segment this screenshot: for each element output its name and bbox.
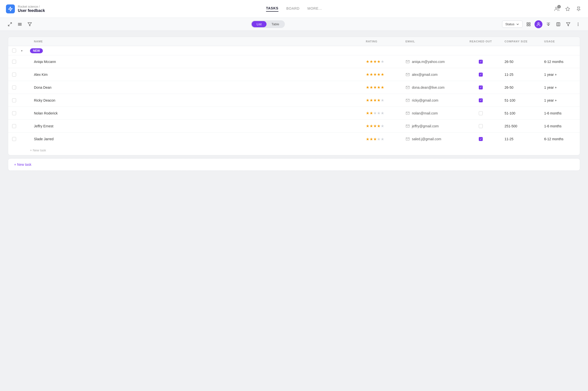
row-email-cell: alex@gmail.com xyxy=(402,70,461,79)
col-email: EMAIL xyxy=(402,37,461,46)
avatar-icon-button[interactable] xyxy=(534,20,542,28)
row-expand-cell xyxy=(19,124,30,129)
row-name: Slade Jarred xyxy=(30,135,362,143)
svg-marker-0 xyxy=(9,7,12,11)
row-reached-out-cell xyxy=(461,109,501,118)
people-badge: 1 xyxy=(557,5,561,8)
row-checkbox[interactable] xyxy=(12,111,16,115)
breadcrumb-area: Rocket science / User feedback xyxy=(18,5,45,13)
nav-more[interactable]: MORE... xyxy=(307,6,322,11)
row-company-size: 251-500 xyxy=(501,122,540,131)
row-reached-out-cell: ✓ xyxy=(461,57,501,66)
reached-out-checkbox[interactable]: ✓ xyxy=(479,86,483,90)
view-toggle: List Table xyxy=(251,20,285,28)
svg-rect-14 xyxy=(529,24,530,26)
star-rating: ★★★★★ xyxy=(366,98,398,102)
group-chevron-cell: ▾ xyxy=(19,46,30,55)
sort-icon-button[interactable] xyxy=(544,20,552,28)
row-email-cell: dona.dean@live.com xyxy=(402,83,461,92)
star-rating: ★★★★★ xyxy=(366,111,398,115)
row-reached-out-cell xyxy=(461,122,501,131)
row-checkbox[interactable] xyxy=(12,137,16,141)
status-dropdown[interactable]: Status xyxy=(502,20,523,28)
table-row: Aniqa Mccann ★★★★★ aniqa.m@yahoo.com ✓ 2… xyxy=(8,55,580,68)
row-usage: 6-12 months xyxy=(540,135,580,143)
star-4: ★ xyxy=(377,59,380,64)
row-usage: 1-6 months xyxy=(540,109,580,118)
row-usage: 1 year + xyxy=(540,96,580,105)
group-chevron-icon[interactable]: ▾ xyxy=(21,49,22,53)
reached-out-checkbox[interactable]: ✓ xyxy=(479,73,483,77)
star-1: ★ xyxy=(366,111,369,115)
columns-icon-button[interactable] xyxy=(554,20,562,28)
row-email-cell: saled.j@gmail.com xyxy=(402,134,461,144)
list-view-button[interactable]: List xyxy=(252,21,266,27)
star-1: ★ xyxy=(366,72,369,77)
row-usage: 1 year + xyxy=(540,70,580,79)
group-badge: NEW xyxy=(30,48,43,53)
email-icon xyxy=(406,137,410,141)
star-5: ★ xyxy=(381,124,384,128)
reached-out-checkbox[interactable]: ✓ xyxy=(479,137,483,141)
reached-out-checkbox[interactable]: ✓ xyxy=(479,60,483,64)
people-icon-button[interactable]: 1 xyxy=(553,5,560,12)
table-row: Dona Dean ★★★★★ dona.dean@live.com ✓ 26-… xyxy=(8,81,580,94)
row-rating-cell: ★★★★★ xyxy=(362,70,402,79)
new-task-group-button[interactable]: + New task xyxy=(8,145,580,155)
reached-out-checkbox[interactable] xyxy=(479,111,483,115)
row-checkbox[interactable] xyxy=(12,86,16,90)
breadcrumb: Rocket science / xyxy=(18,5,45,8)
row-rating-cell: ★★★★★ xyxy=(362,96,402,105)
reached-out-checkbox[interactable] xyxy=(479,124,483,128)
svg-point-23 xyxy=(578,24,578,24)
group-checkbox[interactable] xyxy=(12,49,16,53)
row-expand-cell xyxy=(19,98,30,103)
expand-icon-button[interactable] xyxy=(6,20,14,28)
task-list: NAME RATING EMAIL REACHED OUT COMPANY SI… xyxy=(8,37,580,155)
svg-point-22 xyxy=(578,23,578,23)
more-options-button[interactable] xyxy=(574,20,582,28)
header-left: Rocket science / User feedback xyxy=(6,4,75,13)
star-icon-button[interactable] xyxy=(564,5,571,12)
row-checkbox[interactable] xyxy=(12,98,16,102)
email-text: jeffry@gmail.com xyxy=(412,124,439,128)
svg-marker-2 xyxy=(566,7,570,11)
header-right: 1 xyxy=(553,5,582,12)
col-rating: RATING xyxy=(362,37,402,46)
row-email-cell: aniqa.m@yahoo.com xyxy=(402,57,461,66)
row-checkbox-cell xyxy=(8,70,19,79)
nav-tasks[interactable]: TASKS xyxy=(266,6,278,12)
col-usage: USAGE xyxy=(540,37,580,46)
row-checkbox[interactable] xyxy=(12,60,16,64)
row-checkbox-cell xyxy=(8,109,19,118)
col-expand xyxy=(19,38,30,44)
app-icon xyxy=(6,4,15,13)
group-by-icon-button[interactable] xyxy=(525,20,532,28)
row-checkbox[interactable] xyxy=(12,73,16,77)
row-email-cell: nolan@mail.com xyxy=(402,108,461,118)
pin-icon-button[interactable] xyxy=(575,5,582,12)
new-task-standalone-button[interactable]: + New task xyxy=(8,158,580,171)
row-email-cell: jeffry@gmail.com xyxy=(402,121,461,131)
row-checkbox[interactable] xyxy=(12,124,16,128)
reached-out-checkbox[interactable]: ✓ xyxy=(479,98,483,102)
svg-marker-10 xyxy=(28,22,32,26)
svg-point-24 xyxy=(578,25,578,26)
star-5: ★ xyxy=(381,137,384,141)
header: Rocket science / User feedback TASKS BOA… xyxy=(0,0,588,18)
advanced-filter-icon-button[interactable] xyxy=(564,20,572,28)
row-expand-cell xyxy=(19,85,30,90)
email-text: saled.j@gmail.com xyxy=(412,137,441,141)
svg-rect-11 xyxy=(527,22,528,24)
email-text: ricky@gmail.com xyxy=(412,98,438,102)
row-company-size: 11-25 xyxy=(501,135,540,143)
group-row-checkbox-cell xyxy=(8,46,19,55)
row-name: Alex Kim xyxy=(30,70,362,79)
row-expand-cell xyxy=(19,59,30,64)
filter-complex-icon-button[interactable] xyxy=(16,20,24,28)
row-reached-out-cell: ✓ xyxy=(461,83,501,92)
nav-board[interactable]: BOARD xyxy=(286,6,299,11)
table-body: Aniqa Mccann ★★★★★ aniqa.m@yahoo.com ✓ 2… xyxy=(8,55,580,145)
table-view-button[interactable]: Table xyxy=(266,21,284,27)
filter-icon-button[interactable] xyxy=(26,20,34,28)
